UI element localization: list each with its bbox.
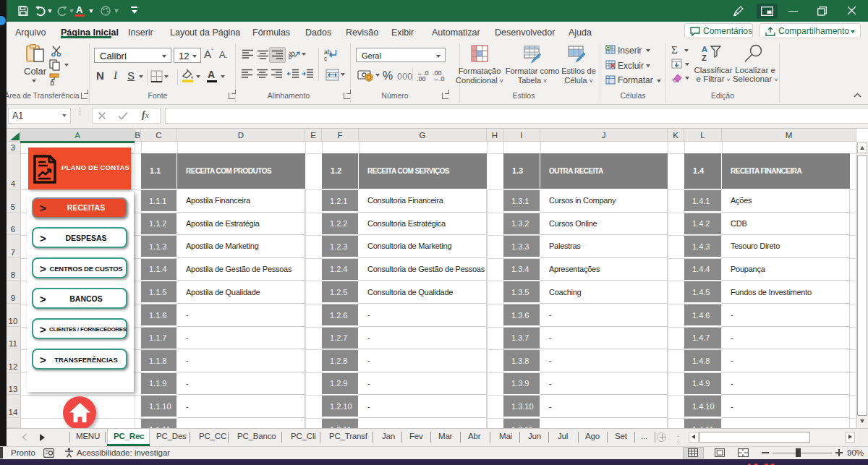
- svg-text:c: c: [324, 55, 328, 61]
- svg-text:Z: Z: [702, 54, 707, 62]
- svg-text:ab: ab: [289, 48, 297, 61]
- svg-text:A: A: [702, 45, 707, 54]
